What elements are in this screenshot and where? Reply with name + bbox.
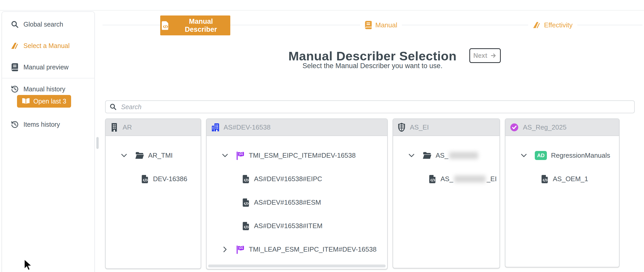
sidebar-divider	[2, 78, 94, 78]
chevron-down-icon[interactable]	[120, 151, 128, 159]
manual-wing-icon	[11, 42, 19, 50]
card-header: AS_EI	[393, 119, 499, 136]
wing-slash-icon	[533, 21, 541, 29]
search-icon	[109, 103, 117, 110]
card-header: AS#DEV-16538	[207, 119, 387, 136]
step-effectivity: Effectivity	[528, 19, 577, 31]
tree: TMI_ESM_EIPC_ITEM#DEV-16538 AS#DEV#16538…	[207, 136, 387, 261]
next-button-label: Next	[473, 52, 487, 59]
tree-item-label: RegressionManuals	[551, 151, 610, 159]
sidebar: Global search Select a Manual Manual pre…	[2, 11, 95, 272]
search-input[interactable]	[121, 103, 630, 111]
redacted-text	[454, 175, 486, 182]
file-code-icon	[429, 175, 436, 183]
tree-item[interactable]: AS#DEV#16538#EIPC	[207, 167, 387, 191]
sidebar-item-manual-preview[interactable]: Manual preview	[11, 61, 69, 73]
folder-open-icon	[422, 152, 431, 159]
arrow-right-icon	[490, 52, 497, 59]
page-subtitle: Select the Manual Describer you want to …	[101, 62, 644, 70]
tree-item-label: TMI_ESM_EIPC_ITEM#DEV-16538	[249, 151, 356, 159]
tree-item-label: TMI_LEAP_ESM_EIPC_ITEM#DEV-16538	[249, 245, 377, 253]
file-code-icon	[243, 222, 250, 230]
search-icon	[11, 20, 19, 28]
building-icon	[110, 123, 118, 132]
sidebar-item-global-search[interactable]: Global search	[11, 18, 63, 30]
chevron-down-icon[interactable]	[221, 151, 229, 159]
chevron-down-icon[interactable]	[408, 151, 416, 159]
tree: AR_TMI DEV-16386	[106, 136, 201, 191]
card-as-reg-2025: AS_Reg_2025 AD RegressionManuals AS_OEM_…	[505, 118, 620, 267]
chevron-down-icon[interactable]	[520, 151, 528, 159]
card-header: AS_Reg_2025	[505, 119, 619, 136]
tree: AD RegressionManuals AS_OEM_1	[505, 136, 619, 191]
book-icon	[11, 63, 19, 71]
step-label: Manual Describer	[173, 18, 229, 34]
tree-item-label: AS#DEV#16538#ESM	[254, 198, 321, 206]
tree: AS_ AS__EI	[393, 136, 499, 191]
tree-item[interactable]: TMI_ESM_EIPC_ITEM#DEV-16538	[207, 144, 387, 167]
ad-badge-icon: AD	[535, 151, 547, 160]
sidebar-item-label: Manual history	[23, 85, 65, 93]
file-code-icon	[142, 175, 149, 183]
tree-item-label: AS__EI	[440, 175, 497, 183]
card-as-ei: AS_EI AS_ AS__EI	[393, 118, 500, 268]
open-last-3-label: Open last 3	[33, 98, 66, 105]
step-manual-describer[interactable]: Manual Describer	[160, 15, 230, 35]
tree-item-label: AR_TMI	[148, 151, 173, 159]
app-root: Global search Select a Manual Manual pre…	[0, 0, 644, 272]
step-label: Manual	[375, 21, 397, 29]
card-ar: AR AR_TMI DEV-16386	[105, 118, 201, 269]
card-title: AS_EI	[410, 123, 429, 131]
history-icon	[11, 85, 19, 93]
step-manual: Manual	[360, 19, 402, 31]
file-code-icon	[243, 198, 250, 207]
checkered-flag-icon	[236, 151, 245, 160]
card-title: AR	[123, 123, 132, 131]
file-code-icon	[162, 21, 169, 30]
card-title: AS_Reg_2025	[523, 123, 566, 131]
tree-item[interactable]: AR_TMI	[106, 144, 201, 167]
tree-item[interactable]: TMI_LEAP_ESM_EIPC_ITEM#DEV-16538	[207, 238, 387, 261]
tree-item[interactable]: AS#DEV#16538#ESM	[207, 191, 387, 214]
sidebar-item-manual-history[interactable]: Manual history	[11, 83, 65, 95]
file-code-icon	[243, 175, 250, 183]
top-navbar	[0, 0, 644, 11]
shield-icon	[398, 123, 405, 132]
tree-item[interactable]: AD RegressionManuals	[505, 144, 619, 167]
tree-item[interactable]: DEV-16386	[106, 167, 201, 191]
open-last-3-button[interactable]: Open last 3	[17, 95, 71, 108]
horizontal-scrollbar[interactable]	[208, 265, 386, 267]
tree-item-label: AS_	[436, 151, 479, 159]
mouse-cursor	[23, 259, 34, 271]
search-box	[105, 100, 635, 113]
sidebar-item-items-history[interactable]: Items history	[11, 118, 60, 131]
tree-item[interactable]: AS_	[393, 144, 499, 167]
sidebar-item-select-a-manual[interactable]: Select a Manual	[11, 39, 70, 52]
tree-item[interactable]: AS#DEV#16538#ITEM	[207, 214, 387, 238]
page-title: Manual Describer Selection	[101, 49, 644, 63]
building-blue-icon	[211, 123, 219, 132]
chevron-right-icon[interactable]	[221, 245, 229, 253]
open-book-icon	[22, 98, 30, 105]
file-code-icon	[541, 175, 549, 183]
book-icon	[365, 21, 372, 29]
sidebar-scrollbar-thumb[interactable]	[96, 137, 99, 149]
card-title: AS#DEV-16538	[224, 123, 270, 131]
tree-item[interactable]: AS__EI	[393, 167, 499, 191]
tree-item-label: AS#DEV#16538#ITEM	[254, 222, 323, 230]
tree-item-label: AS#DEV#16538#EIPC	[254, 175, 322, 183]
sidebar-item-label: Select a Manual	[23, 42, 70, 50]
sidebar-item-label: Items history	[23, 121, 60, 128]
tree-item-label: DEV-16386	[153, 175, 187, 183]
tree-item[interactable]: AS_OEM_1	[505, 167, 619, 191]
checkered-flag-icon	[236, 245, 245, 254]
redacted-text	[449, 152, 478, 159]
sidebar-item-label: Global search	[23, 21, 63, 28]
step-label: Effectivity	[544, 21, 573, 29]
card-as-dev-16538: AS#DEV-16538 TMI_ESM_EIPC_ITEM#DEV-16538…	[206, 118, 388, 269]
folder-open-icon	[135, 152, 144, 159]
check-circle-icon	[510, 123, 519, 132]
sidebar-item-label: Manual preview	[23, 63, 69, 71]
next-button[interactable]: Next	[469, 48, 501, 63]
tree-item-label: AS_OEM_1	[553, 175, 588, 183]
